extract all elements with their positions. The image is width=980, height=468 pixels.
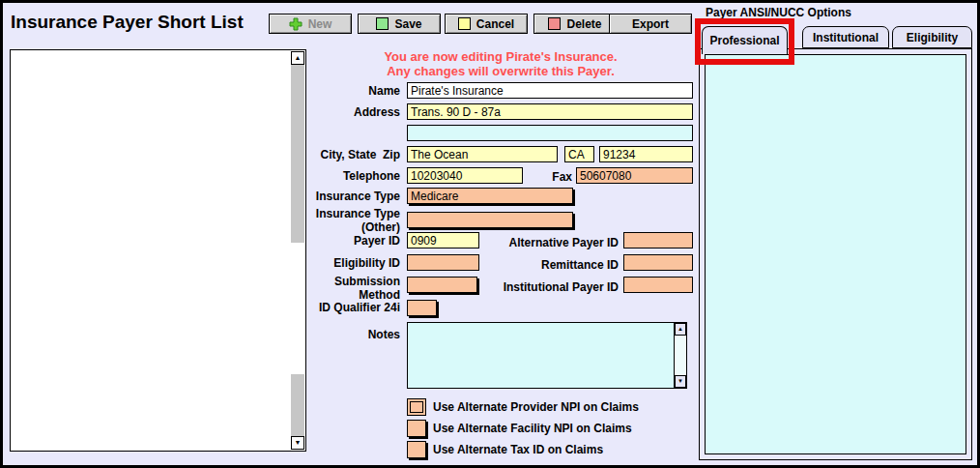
scroll-up-icon[interactable]: ▲ xyxy=(291,51,304,65)
submission-method-label: Submission Method xyxy=(312,275,400,302)
notes-textarea[interactable]: ▲ ▼ xyxy=(407,322,687,389)
edit-warning: You are now editing Pirate's Insurance. … xyxy=(322,49,679,78)
edit-warning-line2: Any changes will overwrite this Payer. xyxy=(322,64,679,78)
address2-input[interactable] xyxy=(407,125,693,141)
notes-scroll-down-icon[interactable]: ▼ xyxy=(675,375,686,388)
save-button-label: Save xyxy=(394,17,421,31)
use-alternate-provider-npi-checkbox[interactable] xyxy=(407,398,426,416)
tab-professional-label: Professional xyxy=(709,34,779,47)
use-alternate-facility-npi-checkbox[interactable] xyxy=(407,420,426,437)
use-alternate-provider-npi-label: Use Alternate Provider NPI on Claims xyxy=(433,400,639,414)
export-button[interactable]: Export xyxy=(609,14,692,34)
use-alternate-tax-id-label: Use Alternate Tax ID on Claims xyxy=(433,443,603,456)
scroll-down-icon[interactable]: ▼ xyxy=(291,436,304,450)
delete-button[interactable]: Delete xyxy=(533,14,617,34)
save-button[interactable]: Save xyxy=(358,14,441,34)
address1-input[interactable] xyxy=(407,103,693,120)
insurance-payer-window: Insurance Payer Short List ▲ ▼ New Save … xyxy=(0,0,980,468)
use-alternate-tax-id-checkbox[interactable] xyxy=(407,441,426,458)
institutional-payer-id-label: Institutional Payer ID xyxy=(481,280,619,294)
name-label: Name xyxy=(245,84,400,98)
tab-institutional-label: Institutional xyxy=(813,31,879,44)
tab-eligibility-label: Eligibility xyxy=(907,31,958,44)
fax-label: Fax xyxy=(525,170,572,184)
professional-tab-content xyxy=(705,54,966,454)
alternative-payer-id-input[interactable] xyxy=(623,232,693,249)
name-input[interactable] xyxy=(407,82,693,99)
address-label: Address xyxy=(245,105,400,119)
new-plus-icon xyxy=(289,17,303,31)
cancel-button[interactable]: Cancel xyxy=(445,14,528,34)
edit-warning-line1: You are now editing Pirate's Insurance. xyxy=(322,49,679,64)
remittance-id-label: Remittance ID xyxy=(481,258,619,272)
submission-method-input[interactable] xyxy=(407,277,477,293)
telephone-input[interactable] xyxy=(407,167,523,184)
export-button-label: Export xyxy=(632,17,669,31)
city-state-zip-label: City, State Zip xyxy=(245,148,400,161)
notes-scrollbar[interactable]: ▲ ▼ xyxy=(674,323,686,388)
fax-input[interactable] xyxy=(576,167,693,184)
insurance-type-input[interactable] xyxy=(407,188,573,204)
notes-scroll-up-icon[interactable]: ▲ xyxy=(675,323,686,336)
notes-label: Notes xyxy=(245,328,400,341)
eligibility-id-input[interactable] xyxy=(407,254,479,271)
payer-id-label: Payer ID xyxy=(245,234,400,248)
insurance-type-other-input[interactable] xyxy=(407,212,573,228)
tab-professional[interactable]: Professional xyxy=(702,26,788,54)
delete-button-label: Delete xyxy=(566,17,601,31)
use-alternate-facility-npi-label: Use Alternate Facility NPI on Claims xyxy=(433,422,632,435)
state-input[interactable] xyxy=(564,146,594,162)
id-qualifier-24i-input[interactable] xyxy=(407,300,437,316)
zip-input[interactable] xyxy=(599,146,693,162)
eligibility-id-label: Eligibility ID xyxy=(245,256,400,270)
delete-icon xyxy=(548,17,561,30)
save-icon xyxy=(376,17,389,30)
tab-panel-frame xyxy=(699,48,972,460)
payer-id-input[interactable] xyxy=(407,232,479,249)
tab-eligibility[interactable]: Eligibility xyxy=(892,26,972,48)
institutional-payer-id-input[interactable] xyxy=(623,277,693,293)
insurance-type-other-label: Insurance Type (Other) xyxy=(293,207,400,234)
alternative-payer-id-label: Alternative Payer ID xyxy=(481,236,619,249)
remittance-id-input[interactable] xyxy=(623,254,693,271)
page-title: Insurance Payer Short List xyxy=(11,12,244,33)
telephone-label: Telephone xyxy=(245,169,400,183)
new-button-label: New xyxy=(308,17,332,31)
city-input[interactable] xyxy=(407,146,558,162)
id-qualifier-24i-label: ID Qualifier 24i xyxy=(245,301,400,314)
insurance-type-label: Insurance Type xyxy=(245,190,400,203)
tab-institutional[interactable]: Institutional xyxy=(802,26,889,48)
cancel-button-label: Cancel xyxy=(476,17,514,31)
new-button[interactable]: New xyxy=(269,14,352,34)
cancel-icon xyxy=(458,17,471,30)
payer-ansi-nucc-options-title: Payer ANSI/NUCC Options xyxy=(706,6,851,19)
